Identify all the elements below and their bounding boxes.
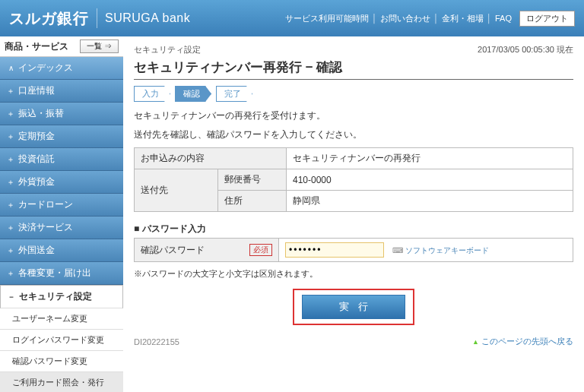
sidebar-item-index[interactable]: ∧インデックス [0,57,123,80]
subitem-username[interactable]: ユーザーネーム変更 [0,308,123,330]
logout-button[interactable]: ログアウト [519,11,575,27]
cell-dest-head: 送付先 [135,169,218,212]
link-contact[interactable]: お問い合わせ [380,13,430,24]
page-title: セキュリティナンバー再発行 − 確認 [134,58,573,80]
message-1: セキュリティナンバーの再発行を受付けます。 [134,109,573,122]
logo-en: SURUGA bank [105,11,190,25]
link-service-hours[interactable]: サービス利用可能時間 [285,13,369,24]
header-links: サービス利用可能時間│ お問い合わせ│ 金利・相場│ FAQ ログアウト [285,11,575,27]
confirm-password-input[interactable] [285,242,384,258]
sidebar-item-forex[interactable]: ＋外貨預金 [0,171,123,194]
step-done: 完了 [216,86,252,102]
subitem-confirmpw[interactable]: 確認パスワード変更 [0,351,123,372]
password-label-cell: 確認パスワード 必須 [135,239,279,262]
logo-divider [97,8,97,28]
step-confirm: 確認 [175,86,211,102]
password-label: 確認パスワード [141,245,205,255]
cell-zip-value: 410-0000 [287,169,573,191]
global-header: スルガ銀行 SURUGA bank サービス利用可能時間│ お問い合わせ│ 金利… [0,0,584,36]
main-content: セキュリティ設定 2017/03/05 00:05:30 現在 セキュリティナン… [123,36,584,392]
cell-apply-head: お申込みの内容 [135,148,287,169]
cell-zip-head: 郵便番号 [218,169,287,191]
execute-button[interactable]: 実行 [302,295,405,319]
cell-addr-value: 静岡県 [287,191,573,212]
sidebar-item-invest[interactable]: ＋投資信託 [0,148,123,171]
cell-apply-value: セキュリティナンバーの再発行 [287,148,573,169]
sidebar-item-security[interactable]: －セキュリティ設定 [0,285,123,308]
cell-addr-head: 住所 [218,191,287,212]
ichiran-button[interactable]: 一覧 ⇒ [80,40,119,53]
step-indicator: 入力 確認 完了 [134,86,573,102]
sidebar: 商品・サービス 一覧 ⇒ ∧インデックス ＋口座情報 ＋振込・振替 ＋定期預金 … [0,36,123,392]
confirm-table: お申込みの内容 セキュリティナンバーの再発行 送付先 郵便番号 410-0000… [134,147,573,212]
link-rates[interactable]: 金利・相場 [442,13,484,24]
sidebar-title: 商品・サービス [5,40,68,53]
back-to-top-link[interactable]: このページの先頭へ戻る [472,336,573,347]
sidebar-item-intl[interactable]: ＋外国送金 [0,239,123,262]
password-note: ※パスワードの大文字と小文字は区別されます。 [134,268,573,280]
subitem-card-issue[interactable]: ご利用カード照会・発行 [0,372,123,392]
sidebar-item-transfer[interactable]: ＋振込・振替 [0,103,123,125]
password-input-cell: ソフトウェアキーボード [279,239,573,262]
required-badge: 必須 [249,244,272,256]
logo-jp: スルガ銀行 [9,8,89,29]
sidebar-item-account[interactable]: ＋口座情報 [0,80,123,103]
sidebar-item-deposit[interactable]: ＋定期預金 [0,125,123,148]
execute-wrap: 実行 [134,289,573,325]
breadcrumb: セキュリティ設定 [134,45,201,54]
subitem-loginpw[interactable]: ログインパスワード変更 [0,330,123,351]
sidebar-item-changes[interactable]: ＋各種変更・届け出 [0,262,123,285]
screen-id: DI20222155 [134,337,179,346]
software-keyboard-link[interactable]: ソフトウェアキーボード [392,246,489,254]
sidebar-item-cardloan[interactable]: ＋カードローン [0,194,123,217]
password-table: 確認パスワード 必須 ソフトウェアキーボード [134,238,573,262]
message-2: 送付先を確認し、確認パスワードを入力してください。 [134,128,573,141]
execute-highlight: 実行 [293,289,414,325]
timestamp: 2017/03/05 00:05:30 現在 [478,44,573,55]
step-input: 入力 [134,86,170,102]
sidebar-item-payment[interactable]: ＋決済サービス [0,217,123,239]
sidebar-head: 商品・サービス 一覧 ⇒ [0,36,123,57]
link-faq[interactable]: FAQ [495,14,512,23]
password-section-head: ■ パスワード入力 [134,223,573,236]
